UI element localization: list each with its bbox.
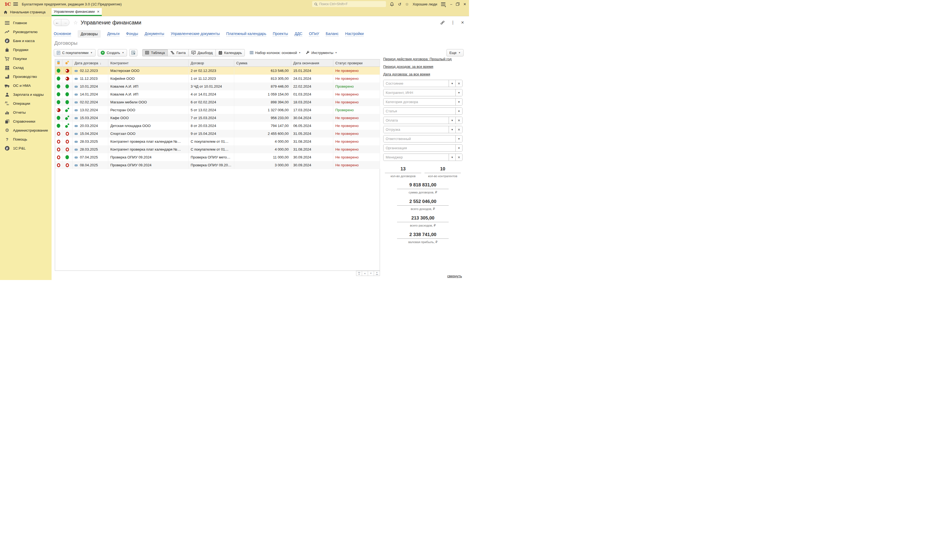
cell-check-status[interactable]: Не проверено xyxy=(333,67,380,75)
home-tab[interactable]: Начальная страница xyxy=(0,8,52,16)
cell-contract[interactable]: Проверка ОПИУ мето… xyxy=(188,153,234,161)
sidebar-item-proizvodstvo[interactable]: Производство xyxy=(0,72,52,81)
column-check-status[interactable]: Статус проверки xyxy=(333,59,380,67)
minimize-button[interactable]: – xyxy=(450,2,452,6)
column-contract-state[interactable] xyxy=(55,59,62,67)
cell-counterparty[interactable]: Проверка ОПИУ 09.2024 xyxy=(108,153,188,161)
global-search[interactable] xyxy=(312,1,386,7)
search-input[interactable] xyxy=(319,2,384,6)
add-favorite-star-icon[interactable]: ☆ xyxy=(73,20,78,26)
cell-counterparty[interactable]: Магазин мебели ООО xyxy=(108,98,188,106)
filter-input-statya[interactable] xyxy=(384,108,456,114)
cell-check-status[interactable]: Не проверено xyxy=(333,145,380,153)
view-button-dashboard[interactable]: Дашборд xyxy=(188,49,216,57)
cell-contract-state[interactable] xyxy=(55,106,62,114)
close-window-button[interactable]: ✕ xyxy=(463,2,466,6)
cell-contract-state[interactable] xyxy=(55,161,62,169)
column-contract[interactable]: Договор xyxy=(188,59,234,67)
sidebar-item-operacii[interactable]: ДтКтОперации xyxy=(0,99,52,108)
cell-payment-state[interactable] xyxy=(62,90,72,98)
view-button-grid[interactable]: Таблица xyxy=(142,49,168,57)
dropdown-chevron-icon[interactable]: ▼ xyxy=(456,89,462,96)
view-button-gantt[interactable]: Ганта xyxy=(168,49,188,57)
cell-contract[interactable]: Проверка ОПИУ 09.20… xyxy=(188,161,234,169)
cell-amount[interactable]: 794 147,00 xyxy=(234,122,291,130)
more-button[interactable]: Еще ▼ xyxy=(447,49,464,57)
dropdown-chevron-icon[interactable]: ▼ xyxy=(449,154,456,161)
filter-input-otgruzka[interactable] xyxy=(384,126,449,133)
table-row[interactable]: 02.12.2023Мастерская ООО2 от 02.12.20236… xyxy=(55,67,380,75)
sidebar-item-prodazhi[interactable]: Продажи xyxy=(0,45,52,54)
nav-tab[interactable]: Платежный календарь xyxy=(226,31,266,36)
filter-input-oplata[interactable] xyxy=(384,117,449,124)
dropdown-chevron-icon[interactable]: ▼ xyxy=(449,117,456,124)
go-first-button[interactable]: ▲ xyxy=(356,271,362,276)
more-actions-kebab-icon[interactable]: ⋮ xyxy=(451,20,455,25)
cell-payment-state[interactable] xyxy=(62,106,72,114)
table-row[interactable]: 11.12.2023Кофейня ООО1 от 11.12.2023813 … xyxy=(55,75,380,83)
cell-end-date[interactable]: 06.05.2024 xyxy=(291,122,333,130)
functions-menu-icon[interactable] xyxy=(441,2,445,6)
forward-button[interactable]: → xyxy=(62,19,69,26)
cell-contract-state[interactable] xyxy=(55,122,62,130)
cell-amount[interactable]: 2 455 600,00 xyxy=(234,130,291,138)
cell-payment-state[interactable] xyxy=(62,114,72,122)
cell-amount[interactable]: 813 305,00 xyxy=(234,75,291,83)
cell-amount[interactable]: 613 546,00 xyxy=(234,67,291,75)
cell-end-date[interactable]: 17.03.2024 xyxy=(291,106,333,114)
cell-contract-state[interactable] xyxy=(55,145,62,153)
cell-date[interactable]: 28.03.2025 xyxy=(72,145,108,153)
cell-contract[interactable]: 8 от 20.03.2024 xyxy=(188,122,234,130)
view-button-calendar[interactable]: Календарь xyxy=(216,49,245,57)
cell-end-date[interactable]: 31.05.2024 xyxy=(291,130,333,138)
table-row[interactable]: 02.02.2024Магазин мебели ООО6 от 02.02.2… xyxy=(55,98,380,106)
cell-date[interactable]: 14.01.2024 xyxy=(72,90,108,98)
table-row[interactable]: 15.03.2024Кафе ООО7 от 15.03.2024956 233… xyxy=(55,114,380,122)
table-row[interactable]: 08.04.2025Проверка ОПИУ 09.2024Проверка … xyxy=(55,161,380,169)
cell-check-status[interactable]: Не проверено xyxy=(333,75,380,83)
cell-date[interactable]: 15.04.2024 xyxy=(72,130,108,138)
cell-end-date[interactable]: 18.03.2024 xyxy=(291,98,333,106)
cell-payment-state[interactable] xyxy=(62,161,72,169)
cell-date[interactable]: 10.01.2024 xyxy=(72,83,108,90)
cell-date[interactable]: 11.12.2023 xyxy=(72,75,108,83)
cell-contract[interactable]: 1 от 11.12.2023 xyxy=(188,75,234,83)
cell-counterparty[interactable]: Ковалев А.И. ИП xyxy=(108,90,188,98)
cell-end-date[interactable]: 30.09.2024 xyxy=(291,161,333,169)
go-last-button[interactable]: ▼ xyxy=(374,271,380,276)
cell-contract-state[interactable] xyxy=(55,114,62,122)
cell-check-status[interactable]: Не проверено xyxy=(333,138,380,145)
cell-contract-state[interactable] xyxy=(55,75,62,83)
list-settings-button[interactable] xyxy=(129,49,137,57)
cell-amount[interactable]: 4 000,00 xyxy=(234,138,291,145)
filter-input-organizaciya[interactable] xyxy=(384,145,456,151)
cell-contract[interactable]: С покупателем от 01… xyxy=(188,138,234,145)
sidebar-item-pokupki[interactable]: Покупки xyxy=(0,54,52,63)
nav-tab[interactable]: Основное xyxy=(54,31,71,36)
cell-counterparty[interactable]: Ресторан ООО xyxy=(108,106,188,114)
notifications-bell-icon[interactable] xyxy=(390,2,394,6)
history-icon[interactable]: ↺ xyxy=(398,2,401,6)
cell-amount[interactable]: 3 000,00 xyxy=(234,161,291,169)
sidebar-item-spravochniki[interactable]: Справочники xyxy=(0,117,52,126)
clear-field-icon[interactable]: ✕ xyxy=(456,154,462,161)
cell-contract[interactable]: 3 ЧД от 10.01.2024 xyxy=(188,83,234,90)
dropdown-chevron-icon[interactable]: ▼ xyxy=(449,126,456,133)
cell-payment-state[interactable] xyxy=(62,145,72,153)
cell-date[interactable]: 02.12.2023 xyxy=(72,67,108,75)
sidebar-item-rukovoditelyu[interactable]: Руководителю xyxy=(0,28,52,36)
sidebar-item-zarplata-i-kadry[interactable]: Зарплата и кадры xyxy=(0,90,52,99)
tools-button[interactable]: Инструменты ▼ xyxy=(306,51,337,55)
cell-end-date[interactable]: 30.09.2024 xyxy=(291,153,333,161)
cell-counterparty[interactable]: Спортзал ООО xyxy=(108,130,188,138)
cell-contract-state[interactable] xyxy=(55,67,62,75)
cell-end-date[interactable]: 01.03.2024 xyxy=(291,90,333,98)
tab-close-icon[interactable]: ✕ xyxy=(97,10,100,14)
filter-input-kategoriya-dogovora[interactable] xyxy=(384,98,456,105)
cell-check-status[interactable]: Не проверено xyxy=(333,122,380,130)
cell-check-status[interactable]: Не проверено xyxy=(333,153,380,161)
cell-counterparty[interactable]: Мастерская ООО xyxy=(108,67,188,75)
dropdown-chevron-icon[interactable]: ▼ xyxy=(456,98,462,105)
cell-amount[interactable]: 1 059 154,00 xyxy=(234,90,291,98)
nav-tab[interactable]: Баланс xyxy=(326,31,339,36)
